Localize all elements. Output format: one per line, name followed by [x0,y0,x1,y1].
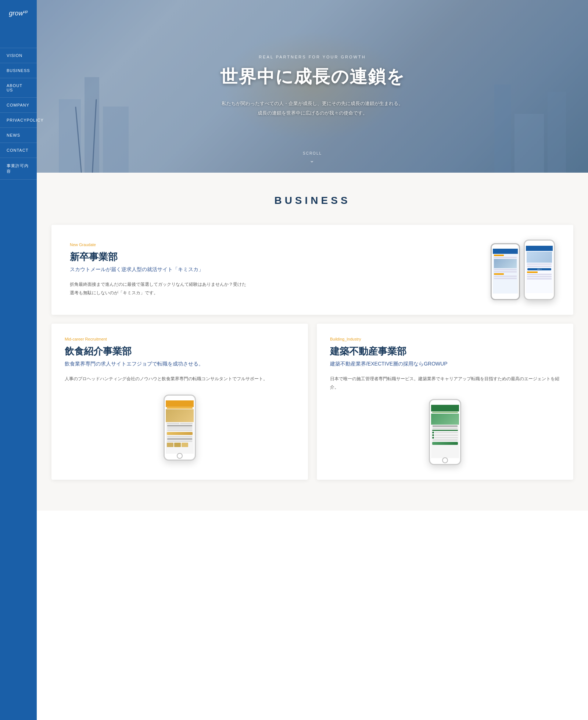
main-content: REAL PARTNERS FOR YOUR GROWTH 世界中に成長の連鎖を… [37,0,588,720]
mid-career-mockup [65,390,295,465]
mid-career-phone-home [177,453,183,459]
sidebar-item-license[interactable]: 事業許可内容 [0,158,37,180]
business-card-new-graduate: New Graudate 新卒事業部 スカウトメールが届く逆求人型の就活サイト「… [51,225,573,315]
mid-career-title: 飲食紹介事業部 [65,345,295,358]
hero-section: REAL PARTNERS FOR YOUR GROWTH 世界中に成長の連鎖を… [37,0,588,173]
phone-front: 検索する [524,240,555,300]
building-desc: 日本で唯一の施工管理者専門転職サービス。建築業界でキャリアアップ転職を目指すため… [330,375,560,392]
sidebar-item-privacy[interactable]: PRIVACYPOLICY [0,112,37,127]
business-section-title: BUSINESS [51,195,573,206]
phone-back-screen [493,249,518,294]
building-phone-screen [431,405,459,458]
sidebar-item-contact[interactable]: CONTACT [0,143,37,158]
mid-career-desc: 人事のプロヘッドハンティング会社のノウハウと飲食業界専門の転職コンサルタントでフ… [65,375,295,383]
scroll-label: SCROLL [303,151,322,155]
building-title: 建築不動産事業部 [330,345,560,358]
sidebar-item-news[interactable]: NEWS [0,127,37,143]
mid-career-subtitle: 飲食業界専門の求人サイトエフジョブで転職を成功させる。 [65,361,295,367]
phone-back [491,243,520,300]
hero-content: REAL PARTNERS FOR YOUR GROWTH 世界中に成長の連鎖を… [37,0,588,173]
mid-career-tag: Mid-career Recruitment [65,337,295,341]
scroll-chevron-icon: ⌄ [303,157,322,164]
hero-desc-line1: 私たちが関わったすべての人・企業が成長し、更にその先に成長の連鎖が生まれる。 [222,99,403,108]
new-graduate-subtitle: スカウトメールが届く逆求人型の就活サイト「キミスカ」 [70,266,246,273]
logo: growup [9,10,28,17]
new-graduate-mockup: 検索する [491,240,555,300]
hero-desc-line2: 成長の連鎖を世界中に広げるのが我々の使命です。 [222,108,403,118]
sidebar-item-about[interactable]: ABOUT US [0,78,37,97]
business-cards-row: Mid-career Recruitment 飲食紹介事業部 飲食業界専門の求人… [51,324,573,480]
logo-superscript: up [23,9,28,14]
sidebar-item-business[interactable]: BUSINESS [0,63,37,78]
hero-scroll: SCROLL ⌄ [303,151,322,164]
business-card-building: Building_Industry 建築不動産事業部 建築不動産業界/EXECT… [317,324,573,480]
new-graduate-title: 新卒事業部 [70,251,246,263]
new-graduate-tag: New Graudate [70,242,246,247]
logo-area[interactable]: growup [0,0,37,26]
building-phone-home [442,457,448,463]
building-mockup [330,399,560,465]
new-graduate-content: New Graudate 新卒事業部 スカウトメールが届く逆求人型の就活サイト「… [70,242,246,297]
new-graduate-desc: 折角最終面接まで進んだのに最後で落選してガックリなんて経験はありませんか？受けた… [70,280,246,297]
sidebar: growup VISION BUSINESS ABOUT US COMPANY … [0,0,37,720]
business-card-mid-career: Mid-career Recruitment 飲食紹介事業部 飲食業界専門の求人… [51,324,308,480]
building-phone [429,399,461,465]
sidebar-item-company[interactable]: COMPANY [0,97,37,112]
hero-description: 私たちが関わったすべての人・企業が成長し、更にその先に成長の連鎖が生まれる。 成… [222,99,403,118]
business-section: BUSINESS New Graudate 新卒事業部 スカウトメールが届く逆求… [37,173,588,511]
sidebar-nav: VISION BUSINESS ABOUT US COMPANY PRIVACY… [0,48,37,180]
mid-career-phone [164,395,196,461]
hero-subtitle-en: REAL PARTNERS FOR YOUR GROWTH [259,55,366,59]
phone-front-screen: 検索する [526,246,553,293]
hero-title: 世界中に成長の連鎖を [220,65,405,89]
building-subtitle: 建築不動産業界/EXECTIVE層の採用ならGROWUP [330,361,560,367]
mid-career-phone-screen [166,400,194,454]
building-tag: Building_Industry [330,337,560,341]
sidebar-item-vision[interactable]: VISION [0,48,37,63]
phone-duo: 検索する [491,240,555,300]
